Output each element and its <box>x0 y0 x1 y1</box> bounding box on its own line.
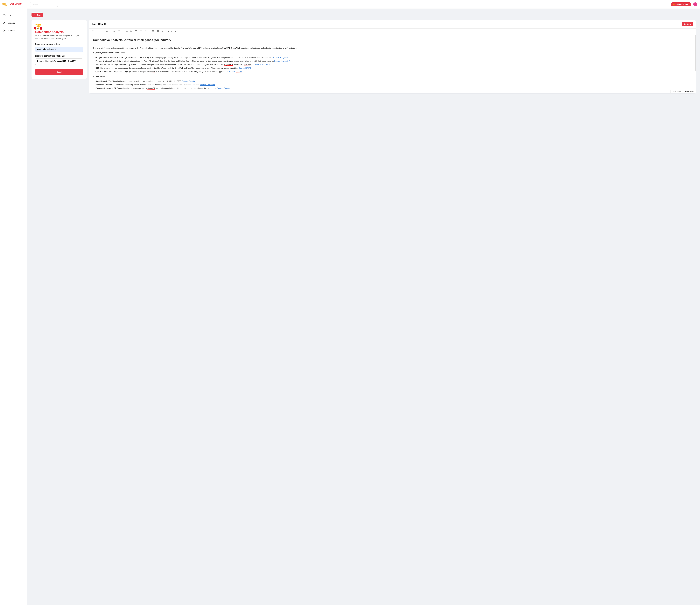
codeblock-button[interactable]: CB <box>173 29 177 33</box>
source-link[interactable]: Source: Statista <box>182 80 195 82</box>
tool-title: Competitor Analysis <box>35 30 83 33</box>
section1-title: Major Players and their Focus Areas: <box>93 51 692 54</box>
topbar: 🔥 Valndor Studios L <box>27 0 700 9</box>
updates-icon <box>3 21 6 24</box>
toolbar-separator <box>123 30 123 33</box>
outdent-button[interactable] <box>139 29 143 33</box>
svg-point-2 <box>4 22 5 23</box>
svg-point-36 <box>157 31 158 31</box>
sidebar: | VALNDOR Home Updates Settings <box>0 0 27 605</box>
result-panel: Your Result Copy H B I S “” <box>89 20 696 93</box>
source-link[interactable]: Source: OpenAI <box>229 70 242 73</box>
image-icon <box>157 30 159 32</box>
source-link[interactable]: Source: Gartner <box>217 87 230 89</box>
studio-badge-text: 🔥 Valndor Studios <box>673 3 690 5</box>
list-item: IBM: IBM is a pioneer in AI research and… <box>96 67 692 70</box>
tool-icon: 🏆 🥊 🥊 <box>35 24 83 29</box>
doc-heading: Competitive Analysis: Artificial Intelli… <box>93 38 692 44</box>
send-button[interactable]: Send <box>35 69 83 75</box>
list-item: Amazon: Amazon leverages AI extensively … <box>96 63 692 66</box>
svg-point-11 <box>126 31 126 32</box>
list-item: Rapid Growth: The AI market is experienc… <box>96 80 692 82</box>
ul-button[interactable] <box>124 29 129 33</box>
strike-button[interactable]: S <box>105 29 109 33</box>
list-item: Google: A dominant force in AI, Google e… <box>96 56 692 59</box>
copy-label: Copy <box>686 23 691 25</box>
sidebar-item-label: Settings <box>7 29 15 32</box>
content-area: Back 🏆 🥊 🥊 Competitor Analysis An AI too… <box>27 9 700 605</box>
avatar[interactable]: L <box>693 2 697 6</box>
svg-point-0 <box>3 22 5 24</box>
search-input[interactable] <box>33 3 57 5</box>
list-item: Microsoft: Microsoft actively invests in… <box>96 60 692 63</box>
back-label: Back <box>36 14 41 16</box>
indent-icon <box>145 30 147 32</box>
editor-content[interactable]: Competitive Analysis: Artificial Intelli… <box>89 34 696 90</box>
source-link[interactable]: Source: Microsoft AI <box>274 60 291 62</box>
hr-icon <box>113 30 116 32</box>
result-title: Your Result <box>92 23 106 26</box>
logo-text: VALNDOR <box>10 3 22 6</box>
field1-label: Enter your industry or field <box>35 43 83 45</box>
ol-button[interactable]: 123 <box>129 29 133 33</box>
hr-button[interactable] <box>112 29 117 33</box>
scrollbar-thumb[interactable] <box>695 35 696 71</box>
field2-label: List your competitors (Optional) <box>35 55 83 57</box>
industry-input[interactable] <box>35 47 83 52</box>
source-link[interactable]: Source: McKinsey <box>200 83 215 86</box>
svg-rect-30 <box>152 30 154 32</box>
italic-button[interactable]: I <box>100 29 104 33</box>
scrollbar[interactable] <box>695 35 696 86</box>
svg-point-3 <box>4 30 5 31</box>
sidebar-item-updates[interactable]: Updates <box>2 20 25 26</box>
sidebar-item-settings[interactable]: Settings <box>2 28 25 33</box>
logo[interactable]: | VALNDOR <box>2 3 25 9</box>
search-box[interactable] <box>30 2 58 7</box>
svg-point-9 <box>126 31 126 31</box>
list-item: ChatGPT (OpenAI): This powerful language… <box>96 70 692 73</box>
code-button[interactable]: </> <box>168 29 172 33</box>
sidebar-item-label: Updates <box>7 22 16 24</box>
outdent-icon <box>140 30 142 32</box>
sidebar-item-label: Home <box>7 14 13 16</box>
gear-icon <box>3 29 6 32</box>
bullet-list-icon <box>125 30 128 32</box>
sidebar-item-home[interactable]: Home <box>2 12 25 18</box>
copy-button[interactable]: Copy <box>682 22 693 26</box>
svg-point-1 <box>4 22 4 23</box>
copy-icon <box>684 23 686 25</box>
form-panel: 🏆 🥊 🥊 Competitor Analysis An AI tool tha… <box>31 20 87 79</box>
markdown-mode-button[interactable]: Markdown <box>671 90 683 93</box>
checklist-button[interactable] <box>134 29 138 33</box>
tool-description: An AI tool that provides a detailed comp… <box>35 34 83 40</box>
back-button[interactable]: Back <box>31 13 43 17</box>
doc-intro: This analysis focuses on the competitive… <box>93 47 692 49</box>
heading-button[interactable]: H <box>91 29 95 33</box>
table-button[interactable] <box>151 29 155 33</box>
source-link[interactable]: Source: IBM AI <box>239 67 251 69</box>
trends-list: Rapid Growth: The AI market is experienc… <box>93 80 692 90</box>
bold-button[interactable]: B <box>95 29 100 33</box>
list-item: Increased Adoption: AI adoption is expan… <box>96 83 692 86</box>
editor-toolbar: H B I S “” 123 <box>89 28 696 34</box>
quote-button[interactable]: “” <box>117 29 121 33</box>
table-icon <box>152 30 154 32</box>
toolbar-separator <box>110 30 111 33</box>
editor-footer: Markdown WYSIWYG <box>89 90 696 93</box>
link-icon <box>161 30 164 32</box>
source-link[interactable]: Source: Google AI <box>273 56 288 58</box>
logo-mark-icon <box>2 3 8 6</box>
number-list-icon: 123 <box>130 30 132 32</box>
section2-title: Market Trends: <box>93 75 692 78</box>
competitors-input[interactable] <box>35 58 83 65</box>
players-list: Google: A dominant force in AI, Google e… <box>93 56 692 73</box>
arrow-left-icon <box>33 14 36 16</box>
image-button[interactable] <box>155 29 160 33</box>
avatar-initial: L <box>695 3 696 5</box>
wysiwyg-mode-button[interactable]: WYSIWYG <box>683 90 696 93</box>
link-button[interactable] <box>160 29 165 33</box>
source-link[interactable]: Source: Amazon AI <box>255 64 271 66</box>
indent-button[interactable] <box>143 29 148 33</box>
studio-badge[interactable]: 🔥 Valndor Studios <box>671 2 691 6</box>
send-label: Send <box>57 71 61 73</box>
